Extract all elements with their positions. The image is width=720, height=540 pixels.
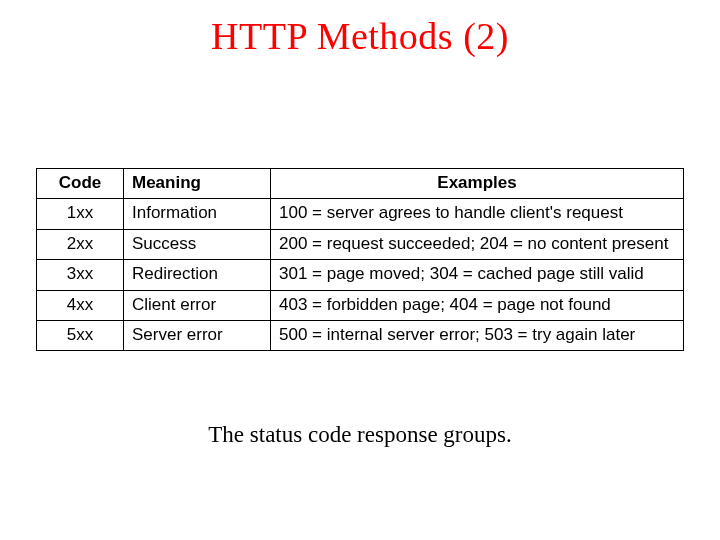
- figure-caption: The status code response groups.: [0, 422, 720, 448]
- page-title: HTTP Methods (2): [0, 0, 720, 58]
- table-row: 4xx Client error 403 = forbidden page; 4…: [37, 290, 684, 320]
- status-code-table: Code Meaning Examples 1xx Information 10…: [36, 168, 684, 351]
- cell-examples: 500 = internal server error; 503 = try a…: [271, 320, 684, 350]
- cell-examples: 403 = forbidden page; 404 = page not fou…: [271, 290, 684, 320]
- col-header-examples: Examples: [271, 169, 684, 199]
- cell-meaning: Server error: [124, 320, 271, 350]
- col-header-meaning: Meaning: [124, 169, 271, 199]
- cell-meaning: Information: [124, 199, 271, 229]
- cell-meaning: Client error: [124, 290, 271, 320]
- slide: HTTP Methods (2) Code Meaning Examples 1…: [0, 0, 720, 540]
- table-row: 5xx Server error 500 = internal server e…: [37, 320, 684, 350]
- cell-examples: 100 = server agrees to handle client's r…: [271, 199, 684, 229]
- cell-code: 4xx: [37, 290, 124, 320]
- table-row: 2xx Success 200 = request succeeded; 204…: [37, 229, 684, 259]
- table-row: 3xx Redirection 301 = page moved; 304 = …: [37, 260, 684, 290]
- cell-code: 3xx: [37, 260, 124, 290]
- cell-meaning: Success: [124, 229, 271, 259]
- cell-code: 2xx: [37, 229, 124, 259]
- col-header-code: Code: [37, 169, 124, 199]
- cell-examples: 301 = page moved; 304 = cached page stil…: [271, 260, 684, 290]
- status-code-table-wrap: Code Meaning Examples 1xx Information 10…: [36, 168, 684, 351]
- table-header-row: Code Meaning Examples: [37, 169, 684, 199]
- cell-examples: 200 = request succeeded; 204 = no conten…: [271, 229, 684, 259]
- table-row: 1xx Information 100 = server agrees to h…: [37, 199, 684, 229]
- cell-meaning: Redirection: [124, 260, 271, 290]
- cell-code: 5xx: [37, 320, 124, 350]
- cell-code: 1xx: [37, 199, 124, 229]
